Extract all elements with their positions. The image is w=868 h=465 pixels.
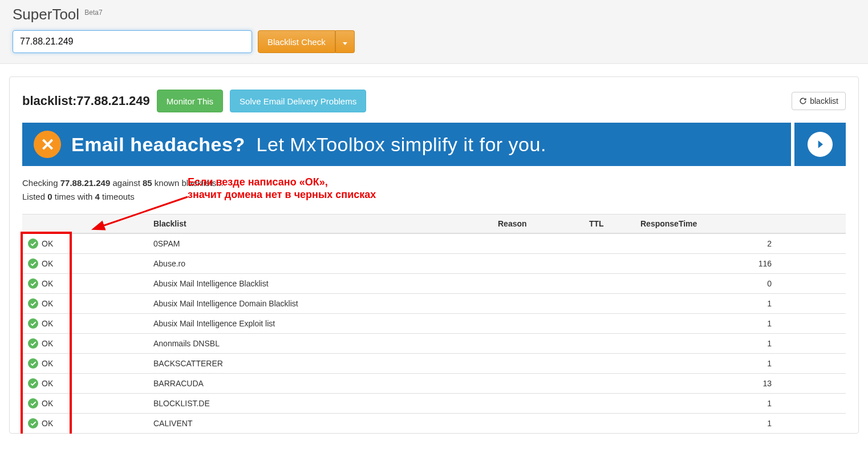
- ttl-cell: [583, 254, 635, 274]
- blacklist-name: Abuse.ro: [148, 254, 492, 274]
- blacklist-table: Blacklist Reason TTL ResponseTime OK0SPA…: [22, 214, 846, 433]
- responsetime-cell: 2: [635, 233, 777, 254]
- refresh-label: blacklist: [810, 96, 838, 106]
- status-text: Checking 77.88.21.249 against 85 known b…: [22, 176, 846, 204]
- status-label: OK: [42, 399, 53, 408]
- th-reason: Reason: [492, 215, 583, 234]
- reason-cell: [492, 294, 583, 314]
- lookup-input[interactable]: [13, 30, 252, 53]
- status-label: OK: [42, 379, 53, 388]
- responsetime-cell: 1: [635, 394, 777, 414]
- top-bar: SuperTool Beta7 Blacklist Check: [0, 0, 868, 64]
- status-label: OK: [42, 239, 53, 248]
- ttl-cell: [583, 394, 635, 414]
- blacklist-check-button[interactable]: Blacklist Check: [258, 30, 335, 53]
- refresh-icon: [799, 97, 807, 105]
- blacklist-name: Abusix Mail Intelligence Domain Blacklis…: [148, 294, 492, 314]
- blacklist-name: CALIVENT: [148, 414, 492, 434]
- lookup-button-group: Blacklist Check: [258, 30, 355, 53]
- reason-cell: [492, 414, 583, 434]
- blacklist-name: Anonmails DNSBL: [148, 334, 492, 354]
- ok-check-icon: [28, 258, 38, 269]
- x-circle-icon: ✕: [34, 131, 61, 158]
- blacklist-name: 0SPAM: [148, 233, 492, 254]
- ok-check-icon: [28, 298, 38, 309]
- lookup-dropdown-toggle[interactable]: [335, 30, 355, 53]
- ttl-cell: [583, 354, 635, 374]
- promo-banner[interactable]: ✕ Email headaches? Let MxToolbox simplif…: [22, 123, 791, 166]
- caret-down-icon: [343, 42, 347, 45]
- table-row: OKAbusix Mail Intelligence Domain Blackl…: [22, 294, 846, 314]
- ttl-cell: [583, 314, 635, 334]
- table-row: OKAnonmails DNSBL1: [22, 334, 846, 354]
- banner-rest: Let MxToolbox simplify it for you.: [257, 134, 546, 155]
- ttl-cell: [583, 294, 635, 314]
- results-panel: blacklist:77.88.21.249 Monitor This Solv…: [9, 76, 859, 434]
- ttl-cell: [583, 233, 635, 254]
- blacklist-name: BARRACUDA: [148, 374, 492, 394]
- status-label: OK: [42, 259, 53, 268]
- chevron-right-icon: [808, 132, 833, 157]
- status-cell: OK: [28, 278, 74, 289]
- ok-check-icon: [28, 358, 38, 369]
- status-cell: OK: [28, 238, 74, 249]
- blacklist-name: Abusix Mail Intelligence Exploit list: [148, 314, 492, 334]
- blacklist-name: Abusix Mail Intelligence Blacklist: [148, 274, 492, 294]
- ok-check-icon: [28, 398, 38, 409]
- th-spacer: [79, 215, 148, 234]
- responsetime-cell: 1: [635, 414, 777, 434]
- status-cell: OK: [28, 338, 74, 349]
- th-tail: [777, 215, 846, 234]
- reason-cell: [492, 394, 583, 414]
- responsetime-cell: 1: [635, 354, 777, 374]
- table-row: OKBARRACUDA13: [22, 374, 846, 394]
- ok-check-icon: [28, 378, 38, 389]
- banner-text: Email headaches? Let MxToolbox simplify …: [71, 134, 546, 156]
- status-cell: OK: [28, 418, 74, 428]
- table-row: OKAbusix Mail Intelligence Blacklist0: [22, 274, 846, 294]
- panel-header-left: blacklist:77.88.21.249 Monitor This Solv…: [22, 90, 366, 112]
- responsetime-cell: 0: [635, 274, 777, 294]
- banner-next-button[interactable]: [794, 123, 846, 166]
- status-cell: OK: [28, 318, 74, 329]
- ttl-cell: [583, 274, 635, 294]
- th-ttl: TTL: [583, 215, 635, 234]
- reason-cell: [492, 254, 583, 274]
- th-status: [22, 215, 79, 234]
- banner-bold: Email headaches?: [71, 134, 245, 155]
- refresh-button[interactable]: blacklist: [792, 92, 846, 110]
- ttl-cell: [583, 374, 635, 394]
- reason-cell: [492, 374, 583, 394]
- ok-check-icon: [28, 418, 38, 428]
- status-label: OK: [42, 319, 53, 328]
- panel-header: blacklist:77.88.21.249 Monitor This Solv…: [22, 90, 846, 112]
- table-row: OKAbusix Mail Intelligence Exploit list1: [22, 314, 846, 334]
- status-cell: OK: [28, 378, 74, 389]
- status-cell: OK: [28, 298, 74, 309]
- monitor-this-button[interactable]: Monitor This: [157, 90, 223, 112]
- table-row: OKAbuse.ro116: [22, 254, 846, 274]
- reason-cell: [492, 274, 583, 294]
- ttl-cell: [583, 334, 635, 354]
- beta-badge: Beta7: [84, 9, 102, 17]
- table-row: OKBACKSCATTERER1: [22, 354, 846, 374]
- blacklist-name: BACKSCATTERER: [148, 354, 492, 374]
- status-label: OK: [42, 359, 53, 368]
- responsetime-cell: 13: [635, 374, 777, 394]
- reason-cell: [492, 314, 583, 334]
- table-row: OK0SPAM2: [22, 233, 846, 254]
- ok-check-icon: [28, 338, 38, 349]
- th-blacklist: Blacklist: [148, 215, 492, 234]
- table-header-row: Blacklist Reason TTL ResponseTime: [22, 215, 846, 234]
- status-cell: OK: [28, 258, 74, 269]
- ok-check-icon: [28, 278, 38, 289]
- table-row: OKBLOCKLIST.DE1: [22, 394, 846, 414]
- tool-title: SuperTool Beta7: [13, 6, 855, 23]
- th-responsetime: ResponseTime: [635, 215, 777, 234]
- search-row: Blacklist Check: [13, 30, 855, 53]
- ok-check-icon: [28, 238, 38, 249]
- solve-email-button[interactable]: Solve Email Delivery Problems: [230, 90, 366, 112]
- status-cell: OK: [28, 358, 74, 369]
- responsetime-cell: 1: [635, 314, 777, 334]
- status-label: OK: [42, 339, 53, 348]
